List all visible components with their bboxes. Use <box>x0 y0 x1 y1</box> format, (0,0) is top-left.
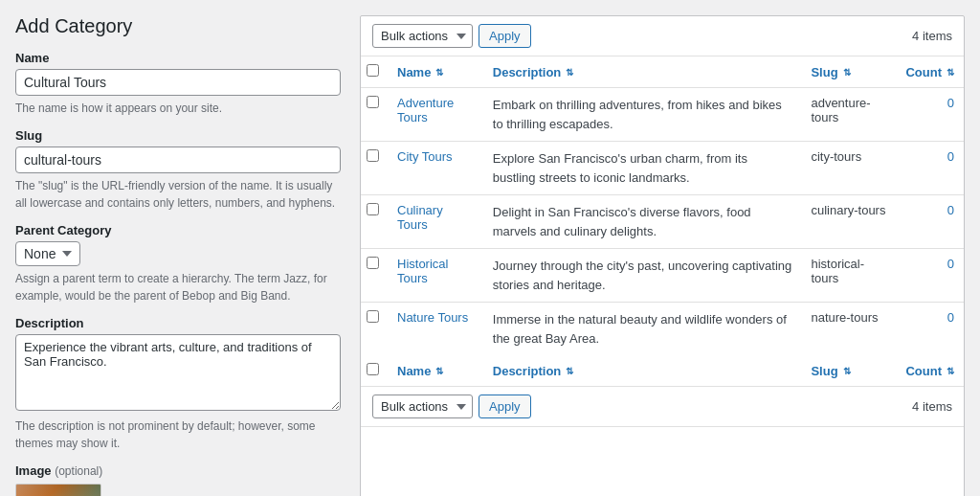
row-description-cell: Journey through the city's past, uncover… <box>483 249 802 303</box>
row-count-cell: 0 <box>896 142 964 195</box>
parent-category-group: Parent Category None Assign a parent ter… <box>15 223 341 304</box>
slug-sort-icon: ⇅ <box>843 67 851 78</box>
description-sort-link[interactable]: Description ⇅ <box>493 65 574 79</box>
col-header-count[interactable]: Count ⇅ <box>896 56 964 88</box>
count-sort-link-footer[interactable]: Count ⇅ <box>905 364 954 378</box>
bulk-actions-select-top[interactable]: Bulk actions Delete <box>372 24 473 48</box>
bottom-toolbar-left: Bulk actions Delete Apply <box>372 395 531 418</box>
row-checkbox-cell <box>361 303 388 356</box>
name-hint: The name is how it appears on your site. <box>15 100 341 117</box>
row-description-cell: Embark on thrilling adventures, from hik… <box>483 88 802 142</box>
col-footer-count[interactable]: Count ⇅ <box>896 355 964 387</box>
apply-button-bottom[interactable]: Apply <box>479 395 531 418</box>
col-header-name[interactable]: Name ⇅ <box>388 56 483 88</box>
col-footer-name[interactable]: Name ⇅ <box>388 355 483 387</box>
row-checkbox-4[interactable] <box>367 310 379 323</box>
parent-label: Parent Category <box>15 223 341 237</box>
name-sort-link-footer[interactable]: Name ⇅ <box>397 364 443 378</box>
panel-title: Add Category <box>15 15 341 37</box>
categories-table: Name ⇅ Description ⇅ Slug ⇅ <box>361 56 964 387</box>
image-optional-label: (optional) <box>55 464 102 478</box>
row-checkbox-cell <box>361 142 388 195</box>
parent-hint: Assign a parent term to create a hierarc… <box>15 270 341 304</box>
add-category-panel: Add Category Name The name is how it app… <box>15 15 341 496</box>
row-count-cell: 0 <box>896 249 964 303</box>
row-slug-cell: culinary-tours <box>801 195 896 249</box>
category-name-link-1[interactable]: City Tours <box>397 149 453 164</box>
description-textarea[interactable]: Experience the vibrant arts, culture, an… <box>15 334 341 411</box>
bottom-toolbar: Bulk actions Delete Apply 4 items <box>361 387 964 427</box>
top-toolbar: Bulk actions Delete Apply 4 items <box>361 16 964 56</box>
row-checkbox-cell <box>361 88 388 142</box>
slug-label: Slug <box>15 128 341 143</box>
category-name-link-4[interactable]: Nature Tours <box>397 310 468 325</box>
items-count-bottom: 4 items <box>912 399 952 414</box>
table-footer-row: Name ⇅ Description ⇅ Slug ⇅ <box>361 355 964 387</box>
row-count-cell: 0 <box>896 88 964 142</box>
count-sort-link[interactable]: Count ⇅ <box>905 65 954 79</box>
row-checkbox-2[interactable] <box>367 203 379 215</box>
row-description-cell: Explore San Francisco's urban charm, fro… <box>483 142 802 195</box>
row-name-cell: Culinary Tours <box>388 195 483 249</box>
row-slug-cell: nature-tours <box>801 303 896 356</box>
apply-button-top[interactable]: Apply <box>479 24 531 48</box>
row-checkbox-cell <box>361 249 388 303</box>
row-checkbox-cell <box>361 195 388 249</box>
image-field-group: Image (optional) Select Image <box>15 463 341 496</box>
table-row: City Tours Explore San Francisco's urban… <box>361 142 964 195</box>
row-slug-cell: historical-tours <box>801 249 896 303</box>
row-checkbox-0[interactable] <box>367 96 379 108</box>
name-label: Name <box>15 51 341 65</box>
image-label: Image (optional) <box>15 463 341 478</box>
items-count-top: 4 items <box>912 29 952 43</box>
parent-select[interactable]: None <box>15 241 80 266</box>
row-count-cell: 0 <box>896 195 964 249</box>
table-row: Nature Tours Immerse in the natural beau… <box>361 303 964 356</box>
select-all-checkbox[interactable] <box>367 64 379 77</box>
col-header-slug[interactable]: Slug ⇅ <box>801 56 896 88</box>
name-sort-link[interactable]: Name ⇅ <box>397 65 443 79</box>
category-name-link-0[interactable]: Adventure Tours <box>397 96 454 124</box>
col-footer-description[interactable]: Description ⇅ <box>483 355 802 387</box>
slug-input[interactable] <box>15 147 341 173</box>
bulk-actions-select-bottom[interactable]: Bulk actions Delete <box>372 395 473 418</box>
name-field-group: Name The name is how it appears on your … <box>15 51 341 117</box>
count-sort-icon-footer: ⇅ <box>947 366 954 376</box>
description-field-group: Description Experience the vibrant arts,… <box>15 316 341 452</box>
col-footer-check <box>361 355 388 387</box>
category-name-link-2[interactable]: Culinary Tours <box>397 203 443 232</box>
categories-list-panel: Bulk actions Delete Apply 4 items Name ⇅ <box>360 15 965 496</box>
row-name-cell: City Tours <box>388 142 483 195</box>
slug-sort-link[interactable]: Slug ⇅ <box>811 65 850 79</box>
category-name-link-3[interactable]: Historical Tours <box>397 257 448 285</box>
table-row: Culinary Tours Delight in San Francisco'… <box>361 195 964 249</box>
count-sort-icon: ⇅ <box>947 67 954 78</box>
row-name-cell: Historical Tours <box>388 249 483 303</box>
toolbar-left: Bulk actions Delete Apply <box>372 24 531 48</box>
description-sort-icon: ⇅ <box>566 67 573 78</box>
row-checkbox-3[interactable] <box>367 257 379 269</box>
row-checkbox-1[interactable] <box>367 149 379 162</box>
select-all-checkbox-footer[interactable] <box>367 363 379 375</box>
table-header-row: Name ⇅ Description ⇅ Slug ⇅ <box>361 56 964 88</box>
slug-field-group: Slug The "slug" is the URL-friendly vers… <box>15 128 341 212</box>
description-sort-link-footer[interactable]: Description ⇅ <box>493 364 574 378</box>
table-row: Historical Tours Journey through the cit… <box>361 249 964 303</box>
row-name-cell: Adventure Tours <box>388 88 483 142</box>
row-description-cell: Immerse in the natural beauty and wildli… <box>483 303 802 356</box>
row-name-cell: Nature Tours <box>388 303 483 356</box>
slug-sort-icon-footer: ⇅ <box>843 366 851 376</box>
image-thumbnail <box>15 484 101 496</box>
description-sort-icon-footer: ⇅ <box>566 366 573 376</box>
name-input[interactable] <box>15 69 341 96</box>
slug-hint: The "slug" is the URL-friendly version o… <box>15 177 341 212</box>
name-sort-icon: ⇅ <box>435 67 443 78</box>
row-description-cell: Delight in San Francisco's diverse flavo… <box>483 195 802 249</box>
col-header-description[interactable]: Description ⇅ <box>483 56 802 88</box>
description-hint: The description is not prominent by defa… <box>15 417 341 452</box>
slug-sort-link-footer[interactable]: Slug ⇅ <box>811 364 850 378</box>
col-header-check <box>361 56 388 88</box>
col-footer-slug[interactable]: Slug ⇅ <box>801 355 896 387</box>
row-slug-cell: city-tours <box>801 142 896 195</box>
row-count-cell: 0 <box>896 303 964 356</box>
